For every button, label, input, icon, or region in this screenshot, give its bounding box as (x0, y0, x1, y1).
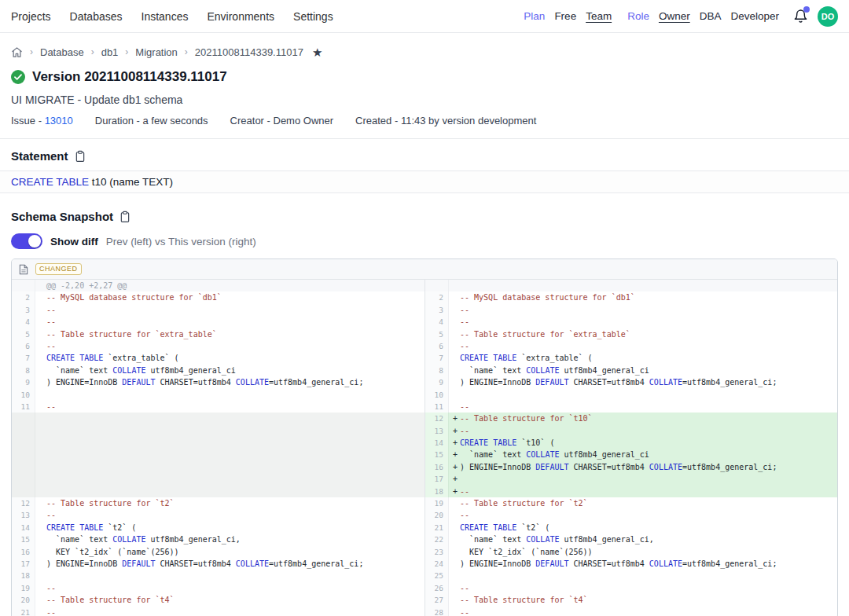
diff-line: 13+-- (425, 425, 837, 437)
show-diff-toggle[interactable] (11, 233, 42, 249)
meta-issue: Issue - 13010 (11, 115, 73, 126)
statement-code: CREATE TABLE t10 (name TEXT) (0, 170, 849, 193)
added-line-marker: + (449, 412, 460, 424)
line-marker (35, 594, 46, 606)
line-number: 21 (425, 522, 449, 534)
line-number: 13 (12, 509, 35, 521)
line-number: 12 (425, 412, 449, 424)
line-marker (35, 522, 46, 534)
line-number: 6 (12, 340, 35, 352)
breadcrumb-migration[interactable]: Migration (135, 46, 177, 58)
diff-line: 3 -- (12, 304, 424, 316)
diff-body: @@ -2,20 +2,27 @@2 -- MySQL database str… (12, 280, 837, 616)
line-number: 11 (12, 401, 35, 412)
line-marker (35, 546, 46, 558)
breadcrumb: › Database › db1 › Migration › 202110081… (0, 33, 849, 60)
line-number: 13 (425, 425, 449, 437)
line-marker (449, 292, 460, 303)
role-current-link[interactable]: Owner (659, 10, 690, 22)
migration-meta: Issue - 13010 Duration - a few seconds C… (11, 115, 838, 126)
line-marker (35, 376, 46, 388)
line-marker (35, 607, 46, 616)
line-marker (449, 582, 460, 594)
copy-schema-icon[interactable] (119, 211, 130, 223)
line-marker (35, 509, 46, 521)
breadcrumb-database[interactable]: Database (40, 46, 84, 58)
diff-line: 16+) ENGINE=InnoDB DEFAULT CHARSET=utf8m… (425, 461, 837, 473)
diff-line: 17 ) ENGINE=InnoDB DEFAULT CHARSET=utf8m… (12, 558, 424, 570)
diff-line: 17+ (425, 473, 837, 485)
meta-duration: Duration - a few seconds (95, 115, 208, 126)
nav-item-projects[interactable]: Projects (11, 10, 51, 23)
diff-line: 7 CREATE TABLE `extra_table` ( (12, 352, 424, 364)
nav-item-databases[interactable]: Databases (70, 10, 123, 23)
line-marker (35, 389, 46, 401)
line-marker (449, 497, 460, 509)
line-number: 22 (425, 534, 449, 545)
diff-line: 2 -- MySQL database structure for `db1` (12, 292, 424, 303)
diff-line: 18+-- (425, 486, 837, 497)
line-marker (449, 328, 460, 340)
line-marker (35, 570, 46, 581)
bookmark-star-icon[interactable]: ★ (312, 46, 322, 58)
statement-keyword: CREATE TABLE (11, 176, 89, 188)
line-number: 25 (425, 570, 449, 581)
diff-line: 10 (425, 389, 837, 401)
line-marker (449, 570, 460, 581)
diff-line: 15 `name` text COLLATE utf8mb4_general_c… (12, 534, 424, 545)
copy-statement-icon[interactable] (75, 150, 86, 163)
diff-line: 21 -- (12, 607, 424, 616)
line-number: 16 (425, 461, 449, 473)
nav-item-environments[interactable]: Environments (207, 10, 274, 23)
avatar[interactable]: DO (818, 6, 838, 27)
diff-line: 27 -- Table structure for `t4` (425, 594, 837, 606)
added-line-marker: + (449, 461, 460, 473)
line-number: 20 (425, 509, 449, 521)
nav-item-instances[interactable]: Instances (142, 10, 189, 23)
line-number: 9 (425, 376, 449, 388)
diff-line: 6 -- (425, 340, 837, 352)
diff-line: 14 CREATE TABLE `t2` ( (12, 522, 424, 534)
home-icon[interactable] (11, 46, 23, 58)
diff-line: 21 CREATE TABLE `t2` ( (425, 522, 837, 534)
diff-line: 24 ) ENGINE=InnoDB DEFAULT CHARSET=utf8m… (425, 558, 837, 570)
account-area: Plan Free Team Role Owner DBA Developer … (524, 6, 838, 27)
role-option-dba: DBA (700, 10, 722, 22)
section-divider (0, 138, 849, 139)
diff-line: 20 -- (425, 509, 837, 521)
line-marker (449, 509, 460, 521)
line-number: 10 (12, 389, 35, 401)
chevron-right-icon: › (125, 46, 128, 57)
file-icon (19, 264, 28, 275)
plan-value: Free (554, 10, 576, 22)
line-number: 19 (12, 582, 35, 594)
line-marker (449, 594, 460, 606)
role-option-developer: Developer (730, 10, 779, 22)
issue-link[interactable]: 13010 (45, 115, 73, 126)
line-number: 3 (12, 304, 35, 316)
diff-panel-header: CHANGED (12, 259, 837, 280)
line-number: 6 (425, 340, 449, 352)
diff-line: 16 KEY `t2_idx` (`name`(256)) (12, 546, 424, 558)
line-number: 16 (12, 546, 35, 558)
statement-title: Statement (11, 149, 68, 163)
line-number: 17 (12, 558, 35, 570)
schema-diff-panel: CHANGED @@ -2,20 +2,27 @@2 -- MySQL data… (11, 258, 838, 616)
line-number: 17 (425, 473, 449, 485)
line-number: 8 (12, 365, 35, 376)
notification-bell-icon[interactable] (793, 9, 808, 24)
breadcrumb-db1[interactable]: db1 (101, 46, 119, 58)
nav-item-settings[interactable]: Settings (293, 10, 333, 23)
line-number: 4 (425, 316, 449, 328)
line-marker (35, 292, 46, 303)
line-number: 19 (425, 497, 449, 509)
main-nav-links: Projects Databases Instances Environment… (11, 10, 333, 23)
diff-line: 8 `name` text COLLATE utf8mb4_general_ci (425, 365, 837, 376)
diff-line: 12 -- Table structure for `t2` (12, 497, 424, 509)
main-content: Version 20211008114339.11017 UI MIGRATE … (0, 69, 849, 616)
line-marker (35, 497, 46, 509)
line-number: 21 (12, 607, 35, 616)
line-marker (449, 365, 460, 376)
plan-upgrade-link[interactable]: Team (586, 10, 612, 22)
role-label: Role (627, 10, 649, 22)
